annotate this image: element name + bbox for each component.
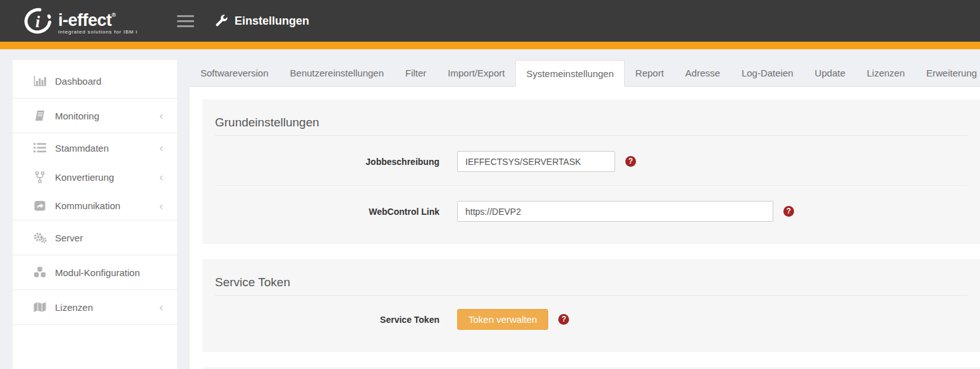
cubes-icon: [32, 267, 48, 278]
sidebar-item-monitoring[interactable]: Monitoring ‹: [13, 99, 177, 133]
hamburger-menu-icon[interactable]: [177, 12, 194, 30]
tab-softwareversion[interactable]: Softwareversion: [190, 60, 279, 86]
form-control-wrap: ?: [457, 201, 794, 222]
sidebar-item-stammdaten[interactable]: Stammdaten ‹: [13, 133, 177, 162]
jobbeschreibung-label: Jobbeschreibung: [215, 157, 439, 167]
help-icon[interactable]: ?: [558, 314, 569, 325]
tab-erweiterung[interactable]: Erweiterung: [916, 60, 980, 86]
book-icon: [32, 111, 48, 121]
webcontrol-link-label: WebControl Link: [215, 207, 439, 217]
tab-content: Grundeinstellungen Jobbeschreibung ? Web…: [190, 87, 980, 369]
sidebar-item-label: Stammdaten: [55, 143, 109, 154]
app-header: i i-effect® integrated solutions for IBM…: [0, 0, 980, 42]
chevron-left-icon: ‹: [159, 142, 163, 154]
logo-registered-mark: ®: [112, 12, 116, 18]
accent-bar: [0, 42, 980, 49]
sidebar-item-dashboard[interactable]: Dashboard: [13, 64, 177, 99]
chevron-left-icon: ‹: [159, 110, 163, 121]
tab-adresse[interactable]: Adresse: [675, 60, 731, 86]
service-token-label: Service Token: [215, 315, 439, 325]
logo-brand-text: i-effect: [58, 11, 112, 30]
code-fork-icon: [32, 171, 48, 183]
form-row-webcontrol-link: WebControl Link ?: [215, 186, 967, 244]
map-icon: [32, 301, 48, 313]
tab-import-export[interactable]: Import/Export: [437, 60, 515, 86]
share-square-icon: [32, 200, 48, 211]
sidebar-item-label: Modul-Konfiguration: [55, 267, 140, 278]
sidebar-item-label: Monitoring: [55, 111, 99, 121]
page-title-wrap: Einstellungen: [214, 14, 309, 28]
logo-tagline: integrated solutions for IBM i: [58, 29, 137, 35]
chevron-left-icon: ‹: [159, 301, 163, 313]
token-verwalten-button[interactable]: Token verwalten: [457, 309, 548, 330]
sidebar-item-label: Lizenzen: [55, 302, 93, 313]
jobbeschreibung-input[interactable]: [457, 151, 615, 172]
form-row-jobbeschreibung: Jobbeschreibung ?: [215, 136, 967, 185]
section-grundeinstellungen: Grundeinstellungen Jobbeschreibung ? Web…: [202, 99, 980, 244]
help-icon[interactable]: ?: [783, 206, 794, 217]
tab-benutzereinstellungen[interactable]: Benutzereinstellungen: [279, 60, 395, 86]
svg-text:i: i: [35, 13, 40, 31]
section-title: Service Token: [215, 275, 967, 289]
tab-lizenzen[interactable]: Lizenzen: [856, 60, 916, 86]
sidebar-item-lizenzen[interactable]: Lizenzen ‹: [13, 290, 177, 325]
sidebar-item-label: Dashboard: [55, 76, 101, 87]
section-title: Grundeinstellungen: [215, 116, 967, 130]
sidebar-item-konvertierung[interactable]: Konvertierung ‹: [13, 162, 177, 191]
page-title: Einstellungen: [235, 15, 309, 28]
list-icon: [32, 143, 48, 153]
tab-update[interactable]: Update: [804, 60, 856, 86]
bar-chart-icon: [32, 76, 48, 87]
tab-filter[interactable]: Filter: [395, 60, 437, 86]
sidebar-item-kommunikation[interactable]: Kommunikation ‹: [13, 191, 177, 221]
gears-icon: [32, 232, 48, 243]
form-control-wrap: ?: [457, 151, 636, 172]
main-area: Softwareversion Benutzereinstellungen Fi…: [190, 60, 980, 369]
wrench-icon: [214, 14, 228, 28]
tab-systemeinstellungen[interactable]: Systemeinstellungen: [515, 60, 624, 87]
sidebar-item-label: Server: [55, 233, 83, 243]
app-logo[interactable]: i i-effect® integrated solutions for IBM…: [21, 6, 148, 35]
logo-text: i-effect® integrated solutions for IBM i: [58, 7, 137, 35]
form-row-service-token: Service Token Token verwalten ?: [215, 296, 967, 352]
help-icon[interactable]: ?: [625, 156, 636, 167]
chevron-left-icon: ‹: [159, 171, 163, 183]
tab-report[interactable]: Report: [625, 60, 675, 86]
form-control-wrap: Token verwalten ?: [457, 309, 569, 330]
chevron-left-icon: ‹: [159, 200, 163, 212]
webcontrol-link-input[interactable]: [457, 201, 773, 222]
tab-log-dateien[interactable]: Log-Dateien: [731, 60, 804, 86]
section-service-token: Service Token Service Token Token verwal…: [202, 259, 980, 352]
sidebar-item-server[interactable]: Server: [13, 221, 177, 255]
sidebar-item-label: Konvertierung: [55, 172, 114, 183]
tab-bar: Softwareversion Benutzereinstellungen Fi…: [190, 60, 980, 87]
logo-ring-icon: i: [21, 6, 54, 35]
sidebar-item-label: Kommunikation: [55, 200, 120, 211]
sidebar-item-modul-konfiguration[interactable]: Modul-Konfiguration: [13, 255, 177, 290]
sidebar: Dashboard Monitoring ‹: [13, 60, 177, 369]
